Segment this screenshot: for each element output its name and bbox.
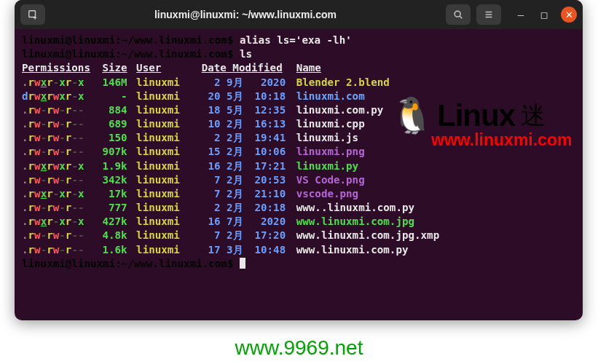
maximize-button[interactable]: □	[538, 9, 551, 20]
prompt-line: linuxmi@linuxmi:~/www.linuxmi.com$ alias…	[22, 33, 575, 47]
svg-point-3	[455, 11, 460, 17]
footer-url: www.9969.net	[0, 336, 598, 360]
ls-row: .rwxr-xr-x 17k linuxmi 7 2月 21:10 vscode…	[22, 187, 575, 201]
new-tab-button[interactable]	[20, 4, 45, 25]
svg-line-4	[460, 16, 462, 18]
ls-row: .rw-rw-r-- 342k linuxmi 7 2月 20:53 VS Co…	[22, 173, 575, 187]
search-button[interactable]	[446, 4, 471, 25]
svg-rect-0	[29, 11, 36, 17]
ls-row: .rw-rw-r-- 907k linuxmi 15 2月 10:06 linu…	[22, 145, 575, 159]
window-title: linuxmi@linuxmi: ~/www.linuxmi.com	[51, 9, 440, 20]
prompt-line: linuxmi@linuxmi:~/www.linuxmi.com$	[22, 257, 575, 271]
ls-row: .rwxr-xr-x 146M linuxmi 2 9月 2020 Blende…	[22, 76, 575, 90]
ls-headers: Permissions Size User Date Modified Name	[22, 61, 575, 75]
terminal-window: linuxmi@linuxmi: ~/www.linuxmi.com – □ ✕…	[15, 0, 583, 320]
minimize-button[interactable]: –	[514, 9, 527, 20]
ls-row: .rwxr-xr-x 427k linuxmi 16 7月 2020 www.l…	[22, 215, 575, 229]
ls-row: .rw-rw-r-- 4.8k linuxmi 7 2月 17:20 www.l…	[22, 229, 575, 242]
ls-row: .rw-rw-r-- 884 linuxmi 18 5月 12:35 linux…	[22, 103, 575, 117]
terminal-body[interactable]: linuxmi@linuxmi:~/www.linuxmi.com$ alias…	[15, 29, 583, 275]
ls-row: .rwxrwxr-x 1.9k linuxmi 16 2月 17:21 linu…	[22, 159, 575, 173]
prompt-line: linuxmi@linuxmi:~/www.linuxmi.com$ ls	[22, 47, 575, 61]
close-button[interactable]: ✕	[561, 7, 577, 23]
ls-row: .rw-rw-r-- 777 linuxmi 2 2月 20:18 www..l…	[22, 201, 575, 215]
titlebar: linuxmi@linuxmi: ~/www.linuxmi.com – □ ✕	[15, 0, 583, 29]
menu-button[interactable]	[476, 4, 501, 25]
ls-row: .rw-rw-r-- 150 linuxmi 2 2月 19:41 linuxm…	[22, 131, 575, 145]
ls-row: .rw-rw-r-- 689 linuxmi 10 2月 16:13 linux…	[22, 117, 575, 131]
ls-row: drwxrwxr-x - linuxmi 20 5月 10:18 linuxmi…	[22, 90, 575, 103]
ls-row: .rw-rw-r-- 1.6k linuxmi 17 3月 10:48 www.…	[22, 243, 575, 257]
cursor	[240, 258, 245, 269]
